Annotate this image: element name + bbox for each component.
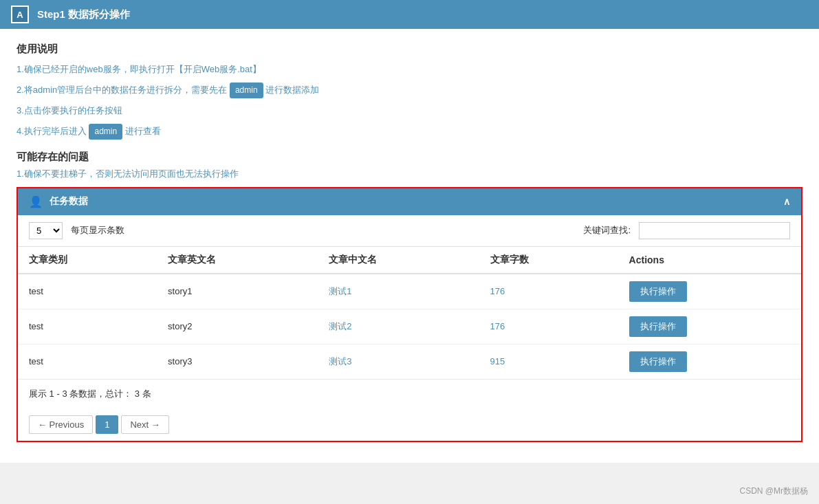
- keyword-label: 关键词查找:: [583, 224, 631, 237]
- next-button[interactable]: Next →: [121, 415, 168, 434]
- page-size-select[interactable]: 5 10 20: [29, 222, 63, 239]
- cell-english-1: story2: [157, 309, 318, 344]
- cell-action-0: 执行操作: [618, 274, 801, 309]
- cell-category-2: test: [18, 344, 157, 379]
- instruction-2-prefix: 2.将admin管理后台中的数据任务进行拆分，需要先在: [17, 85, 230, 95]
- page-title: Step1 数据拆分操作: [37, 8, 130, 21]
- page-size-label: 每页显示条数: [71, 224, 124, 237]
- data-table: 文章类别 文章英文名 文章中文名 文章字数 Actions test story…: [18, 247, 801, 379]
- widget-header-left: 👤 任务数据: [29, 195, 88, 208]
- col-chinese-name: 文章中文名: [318, 247, 479, 274]
- header-badge: A: [11, 6, 29, 23]
- table-row: test story3 测试3 915 执行操作: [18, 344, 801, 379]
- problems-title: 可能存在的问题: [17, 151, 802, 164]
- instruction-3-text: 3.点击你要执行的任务按钮: [17, 105, 122, 116]
- action-button-2[interactable]: 执行操作: [629, 351, 687, 372]
- table-row: test story1 测试1 176 执行操作: [18, 274, 801, 309]
- problems-text: 1.确保不要挂梯子，否则无法访问用页面也无法执行操作: [17, 168, 802, 180]
- table-header-row: 文章类别 文章英文名 文章中文名 文章字数 Actions: [18, 247, 801, 274]
- instruction-1-text: 1.确保已经开启的web服务，即执行打开【开启Web服务.bat】: [17, 64, 261, 74]
- cell-chinese-2: 测试3: [318, 344, 479, 379]
- instruction-2-suffix: 进行数据添加: [265, 85, 319, 95]
- cell-wordcount-0: 176: [479, 274, 618, 309]
- cell-wordcount-2: 915: [479, 344, 618, 379]
- header-letter: A: [17, 10, 23, 20]
- widget-controls: 5 10 20 每页显示条数 关键词查找:: [18, 215, 801, 247]
- cell-category-0: test: [18, 274, 157, 309]
- cell-chinese-0: 测试1: [318, 274, 479, 309]
- admin-badge-1: admin: [230, 83, 263, 98]
- widget-header: 👤 任务数据 ∧: [18, 188, 801, 215]
- instructions-title: 使用说明: [17, 43, 802, 56]
- person-icon: 👤: [29, 195, 43, 208]
- cell-english-2: story3: [157, 344, 318, 379]
- table-row: test story2 测试2 176 执行操作: [18, 309, 801, 344]
- cell-english-0: story1: [157, 274, 318, 309]
- task-data-widget: 👤 任务数据 ∧ 5 10 20 每页显示条数 关键词查找: 文章类别 文章英文…: [17, 187, 802, 442]
- page-1-button[interactable]: 1: [96, 415, 118, 434]
- instruction-list: 1.确保已经开启的web服务，即执行打开【开启Web服务.bat】 2.将adm…: [17, 63, 802, 140]
- instruction-4-prefix: 4.执行完毕后进入: [17, 126, 89, 136]
- admin-badge-2: admin: [89, 124, 122, 140]
- instruction-item-4: 4.执行完毕后进入 admin 进行查看: [17, 124, 802, 140]
- cell-category-1: test: [18, 309, 157, 344]
- action-button-1[interactable]: 执行操作: [629, 316, 687, 337]
- table-footer-info: 展示 1 - 3 条数据，总计： 3 条: [18, 379, 801, 408]
- pagination: ← Previous 1 Next →: [18, 408, 801, 441]
- instruction-4-suffix: 进行查看: [125, 126, 161, 136]
- col-word-count: 文章字数: [479, 247, 618, 274]
- instruction-item-1: 1.确保已经开启的web服务，即执行打开【开启Web服务.bat】: [17, 63, 802, 77]
- collapse-button[interactable]: ∧: [783, 196, 790, 207]
- col-actions: Actions: [618, 247, 801, 274]
- cell-wordcount-1: 176: [479, 309, 618, 344]
- instruction-item-2: 2.将admin管理后台中的数据任务进行拆分，需要先在 admin 进行数据添加: [17, 83, 802, 98]
- keyword-input[interactable]: [639, 222, 790, 239]
- col-category: 文章类别: [18, 247, 157, 274]
- cell-action-2: 执行操作: [618, 344, 801, 379]
- page-header: A Step1 数据拆分操作: [0, 0, 819, 29]
- cell-chinese-1: 测试2: [318, 309, 479, 344]
- widget-title: 任务数据: [50, 195, 88, 208]
- main-content: 使用说明 1.确保已经开启的web服务，即执行打开【开启Web服务.bat】 2…: [0, 29, 819, 463]
- prev-button[interactable]: ← Previous: [29, 415, 93, 434]
- cell-action-1: 执行操作: [618, 309, 801, 344]
- col-english-name: 文章英文名: [157, 247, 318, 274]
- instruction-item-3: 3.点击你要执行的任务按钮: [17, 104, 802, 118]
- action-button-0[interactable]: 执行操作: [629, 281, 687, 302]
